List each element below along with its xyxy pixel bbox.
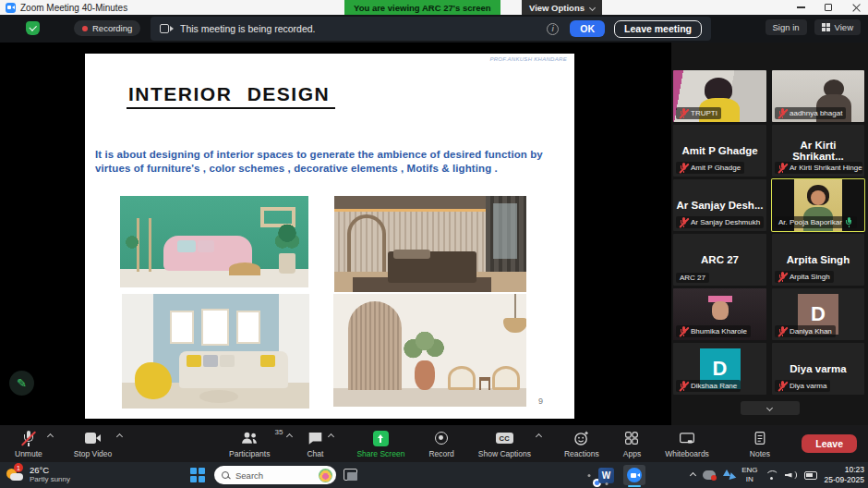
stop-video-label: Stop Video [74,449,112,458]
share-screen-button[interactable]: Share Screen [356,430,404,458]
hidden-icons-chevron-icon[interactable] [690,471,696,478]
video-options-chevron-icon[interactable] [116,433,123,440]
participant-tile-arc-27[interactable]: ARC 27 ARC 27 [673,234,766,286]
participant-tile-dikshaa-rane[interactable]: D Dikshaa Rane [673,343,766,395]
participant-tile-diya-varma[interactable]: Diya varma Diya varma [772,343,864,395]
participant-tile-ar-pooja-active-speaker[interactable]: Ar. Pooja Baporikar [772,179,864,231]
participants-icon [240,431,259,445]
chat-label: Chat [307,449,323,458]
weather-widget[interactable]: 1 26°C Partly sunny [6,465,70,484]
meeting-security-shield-icon[interactable] [26,21,40,35]
muted-mic-icon [680,163,688,173]
muted-mic-icon [680,326,688,336]
view-grid-icon [822,23,830,31]
apps-icon [624,431,639,445]
recording-notice-bar: This meeting is being recorded. i OK Lea… [151,17,711,41]
stop-video-button[interactable]: Stop Video [74,430,112,458]
participant-name: Bhumika Kharole [691,327,747,336]
participant-tile-ar-sanjay[interactable]: Ar Sanjay Desh... Ar Sanjay Deshmukh [673,179,766,231]
participant-name: Diya varma [790,382,826,390]
participant-tile-arpita-singh[interactable]: Arpita Singh Arpita Singh [772,234,864,286]
participant-tile-aadhnya-bhagat[interactable]: aadhnya bhagat [772,70,864,122]
maximize-icon [825,4,832,11]
mic-options-chevron-icon[interactable] [47,433,54,440]
whiteboards-button[interactable]: Whiteboards [665,430,709,458]
participant-tile-daniya-khan[interactable]: D Daniya Khan [772,288,864,340]
unmute-button[interactable]: Unmute [15,430,42,458]
search-highlight-icon[interactable] [319,469,332,482]
captions-options-chevron-icon[interactable] [536,433,542,440]
pencil-icon: ✎ [17,376,27,390]
active-app-indicator [628,485,641,487]
word-app-button[interactable]: W [598,468,614,483]
slide-page-number: 9 [538,396,543,406]
recording-indicator: Recording [74,20,140,36]
zoom-icon [627,468,642,482]
wifi-icon[interactable] [766,470,778,480]
recording-dot-icon [82,26,88,31]
minimize-button[interactable] [787,0,814,15]
minimize-icon [797,6,805,8]
reactions-button[interactable]: Reactions [564,430,599,458]
reactions-smiley-icon [573,431,589,446]
clock-widget[interactable]: 10:23 25-09-2025 [825,465,864,484]
tray-recording-icon[interactable] [703,470,716,480]
view-options-button[interactable]: View Options [522,0,602,15]
maximize-button[interactable] [814,0,842,15]
record-button[interactable]: Record [428,430,453,458]
leave-button[interactable]: Leave [802,434,857,453]
chevron-down-icon [589,4,596,10]
participant-name: ARC 27 [680,274,705,282]
slide-title: INTERIOR DESIGN [127,83,335,109]
participant-name: Ar Sanjay Deshmukh [691,218,760,226]
slide-watermark: PROF.ANKUSH KHANDARE [489,56,567,62]
leave-meeting-button[interactable]: Leave meeting [614,20,702,38]
window-title: Zoom Meeting 40-Minutes [20,3,127,13]
zoom-logo-icon [6,3,16,13]
language-switcher[interactable]: ENGIN [741,466,757,483]
participants-button[interactable]: 35 Participants [229,430,270,458]
participant-tile-bhumika-kharole[interactable]: Bhumika Kharole [673,288,766,340]
chat-icon [307,431,323,445]
record-label: Record [428,449,453,458]
battery-icon[interactable] [804,471,817,480]
search-input[interactable]: Search [214,466,336,484]
window-titlebar: Zoom Meeting 40-Minutes You are viewing … [0,0,868,15]
apps-label: Apps [623,449,641,458]
unmute-label: Unmute [15,449,42,458]
apps-button[interactable]: Apps [623,430,641,458]
muted-mic-icon [680,381,688,391]
notes-icon [753,431,766,445]
close-button[interactable] [842,0,868,15]
more-participants-button[interactable] [741,401,800,415]
zoom-app-button[interactable] [623,465,645,485]
start-button[interactable] [190,468,205,482]
muted-mic-icon [22,431,35,446]
participant-tile-amit-p-ghadge[interactable]: Amit P Ghadge Amit P Ghadge [673,125,766,177]
meeting-toolbar: Unmute Stop Video 35 [0,425,868,462]
participant-tile-ar-kirti[interactable]: Ar Kirti Shrikant... Ar Kirti Shrikant H… [772,125,864,177]
speaker-icon[interactable] [785,470,797,480]
whiteboard-icon [679,432,695,445]
participant-name: Ar. Pooja Baporikar [778,218,842,226]
info-icon[interactable]: i [547,23,559,35]
participants-options-chevron-icon[interactable] [286,433,293,440]
sign-in-button[interactable]: Sign in [766,19,807,35]
participant-name: TRUPTI [691,109,717,117]
record-icon [435,432,448,445]
annotate-pencil-button[interactable]: ✎ [9,371,34,396]
tray-location-icon[interactable] [723,470,734,481]
chat-options-chevron-icon[interactable] [328,433,334,440]
slide-body-text: It is about designing of interior spaces… [95,148,566,177]
weather-condition: Partly sunny [30,475,70,484]
participant-name: Arpita Singh [790,273,830,281]
participant-tile-trupti[interactable]: TRUPTI [673,70,766,122]
chat-button[interactable]: Chat [307,430,323,458]
notes-button[interactable]: Notes [750,430,770,458]
ok-button[interactable]: OK [570,20,605,37]
task-view-button[interactable] [344,469,357,481]
muted-mic-icon [778,326,787,336]
show-captions-button[interactable]: CC Show Captions [478,430,531,458]
mic-on-icon [845,217,853,227]
view-button[interactable]: View [814,19,861,35]
